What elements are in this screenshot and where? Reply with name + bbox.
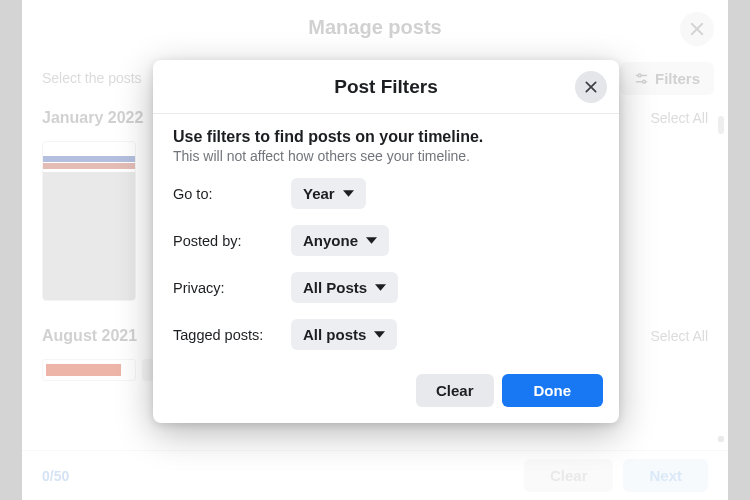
- posted-by-dropdown[interactable]: Anyone: [291, 225, 389, 256]
- caret-down-icon: [366, 235, 377, 246]
- caret-down-icon: [343, 188, 354, 199]
- go-to-dropdown[interactable]: Year: [291, 178, 366, 209]
- modal-lead: Use filters to find posts on your timeli…: [173, 128, 599, 146]
- filter-label: Tagged posts:: [173, 327, 291, 343]
- post-filters-modal: Post Filters Use filters to find posts o…: [153, 60, 619, 423]
- filter-label: Posted by:: [173, 233, 291, 249]
- modal-title: Post Filters: [334, 76, 437, 98]
- modal-clear-button[interactable]: Clear: [416, 374, 494, 407]
- modal-footer: Clear Done: [153, 356, 619, 423]
- dropdown-value: Year: [303, 185, 335, 202]
- modal-done-button[interactable]: Done: [502, 374, 604, 407]
- filter-row-privacy: Privacy: All Posts: [173, 272, 599, 303]
- dropdown-value: All Posts: [303, 279, 367, 296]
- filter-row-go-to: Go to: Year: [173, 178, 599, 209]
- modal-close-button[interactable]: [575, 71, 607, 103]
- filter-row-tagged: Tagged posts: All posts: [173, 319, 599, 350]
- modal-subtext: This will not affect how others see your…: [173, 148, 599, 164]
- caret-down-icon: [374, 329, 385, 340]
- privacy-dropdown[interactable]: All Posts: [291, 272, 398, 303]
- modal-header: Post Filters: [153, 60, 619, 114]
- close-icon: [583, 79, 599, 95]
- filter-label: Privacy:: [173, 280, 291, 296]
- dropdown-value: Anyone: [303, 232, 358, 249]
- dropdown-value: All posts: [303, 326, 366, 343]
- filter-row-posted-by: Posted by: Anyone: [173, 225, 599, 256]
- tagged-posts-dropdown[interactable]: All posts: [291, 319, 397, 350]
- modal-body: Use filters to find posts on your timeli…: [153, 114, 619, 356]
- filter-label: Go to:: [173, 186, 291, 202]
- caret-down-icon: [375, 282, 386, 293]
